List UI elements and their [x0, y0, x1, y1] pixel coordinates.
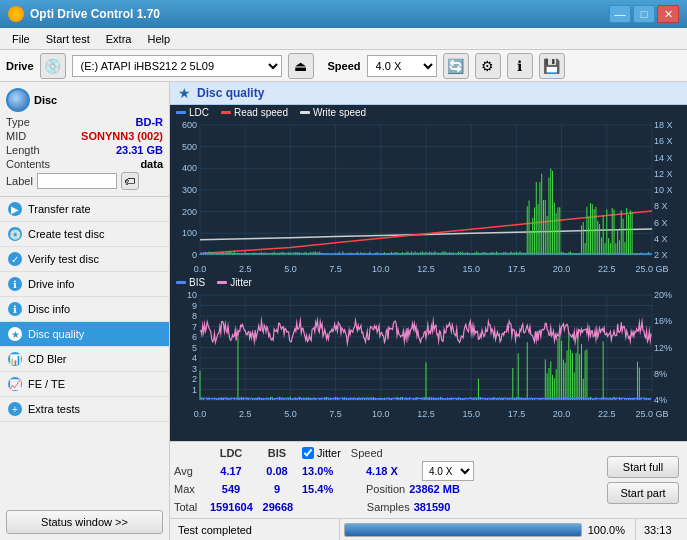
disc-header: Disc — [6, 88, 163, 112]
length-value: 23.31 GB — [116, 144, 163, 156]
menu-start-test[interactable]: Start test — [38, 31, 98, 47]
jitter-checkbox[interactable] — [302, 447, 314, 459]
drive-label: Drive — [6, 60, 34, 72]
length-label: Length — [6, 144, 40, 156]
speed-val: 4.18 X — [366, 465, 418, 477]
stats-left: LDC BIS Jitter Speed Avg 4.17 0.08 13.0%… — [174, 444, 599, 516]
config-button[interactable]: ⚙ — [475, 53, 501, 79]
disc-icon — [6, 88, 30, 112]
speed-header: Speed — [351, 447, 389, 459]
extra-tests-icon: + — [8, 402, 22, 416]
maximize-button[interactable]: □ — [633, 5, 655, 23]
label-icon[interactable]: 🏷 — [121, 172, 139, 190]
progress-bar — [344, 523, 582, 537]
ldc-label: LDC — [189, 107, 209, 118]
disc-label-row: Label 🏷 — [6, 172, 163, 190]
speed-inline-select[interactable]: 4.0 X — [422, 461, 474, 481]
stats-total-row: Total 1591604 29668 Samples 381590 — [174, 498, 599, 516]
contents-label: Contents — [6, 158, 50, 170]
drive-icon: 💿 — [40, 53, 66, 79]
read-speed-label: Read speed — [234, 107, 288, 118]
status-window-button[interactable]: Status window >> — [6, 510, 163, 534]
cd-bler-icon: 📊 — [8, 352, 22, 366]
ldc-total: 1591604 — [210, 501, 253, 513]
main-content: Disc Type BD-R MID SONYNN3 (002) Length … — [0, 82, 687, 540]
app-icon — [8, 6, 24, 22]
sidebar: Disc Type BD-R MID SONYNN3 (002) Length … — [0, 82, 170, 540]
menu-extra[interactable]: Extra — [98, 31, 140, 47]
sidebar-item-drive-info[interactable]: ℹ Drive info — [0, 272, 169, 297]
total-label: Total — [174, 501, 206, 513]
disc-info-panel: Disc Type BD-R MID SONYNN3 (002) Length … — [0, 82, 169, 197]
stats-headers-row: LDC BIS Jitter Speed — [174, 444, 599, 462]
sidebar-item-fe-te[interactable]: 📈 FE / TE — [0, 372, 169, 397]
sidebar-item-create-test-disc[interactable]: 💿 Create test disc — [0, 222, 169, 247]
speed-label: Speed — [328, 60, 361, 72]
chart2-legend: BIS Jitter — [170, 275, 687, 290]
write-speed-dot — [300, 111, 310, 114]
drive-select[interactable]: (E:) ATAPI iHBS212 2 5L09 — [72, 55, 282, 77]
status-bar: Test completed 100.0% 33:13 — [170, 518, 687, 540]
bis-avg: 0.08 — [256, 465, 298, 477]
close-button[interactable]: ✕ — [657, 5, 679, 23]
type-value: BD-R — [136, 116, 164, 128]
info-button[interactable]: ℹ — [507, 53, 533, 79]
mid-label: MID — [6, 130, 26, 142]
sidebar-item-disc-info[interactable]: ℹ Disc info — [0, 297, 169, 322]
drive-bar: Drive 💿 (E:) ATAPI iHBS212 2 5L09 ⏏ Spee… — [0, 50, 687, 82]
status-text: Test completed — [170, 519, 340, 540]
eject-button[interactable]: ⏏ — [288, 53, 314, 79]
bis-max: 9 — [256, 483, 298, 495]
progress-percent: 100.0% — [582, 524, 631, 536]
stats-avg-row: Avg 4.17 0.08 13.0% 4.18 X 4.0 X — [174, 462, 599, 480]
drive-info-label: Drive info — [28, 278, 74, 290]
start-full-button[interactable]: Start full — [607, 456, 679, 478]
content-area: ★ Disc quality LDC Read speed Write spee… — [170, 82, 687, 540]
sidebar-item-transfer-rate[interactable]: ▶ Transfer rate — [0, 197, 169, 222]
chart2-wrapper — [170, 290, 687, 441]
disc-quality-label: Disc quality — [28, 328, 84, 340]
disc-length-row: Length 23.31 GB — [6, 144, 163, 156]
menu-file[interactable]: File — [4, 31, 38, 47]
ldc-max: 549 — [210, 483, 252, 495]
label-input[interactable] — [37, 173, 117, 189]
bis-total: 29668 — [257, 501, 299, 513]
menu-help[interactable]: Help — [139, 31, 178, 47]
progress-fill — [345, 524, 581, 536]
verify-test-icon: ✓ — [8, 252, 22, 266]
app-title: Opti Drive Control 1.70 — [30, 7, 160, 21]
nav-list: ▶ Transfer rate 💿 Create test disc ✓ Ver… — [0, 197, 169, 504]
bis-dot — [176, 281, 186, 284]
stats-section: LDC BIS Jitter Speed Avg 4.17 0.08 13.0%… — [170, 441, 687, 518]
chart2-canvas — [170, 290, 687, 420]
jitter-avg: 13.0% — [302, 465, 362, 477]
chart1-canvas — [170, 120, 687, 275]
position-val: 23862 MB — [409, 483, 460, 495]
create-test-label: Create test disc — [28, 228, 104, 240]
ldc-header: LDC — [210, 447, 252, 459]
bis-label: BIS — [189, 277, 205, 288]
legend-read-speed: Read speed — [221, 107, 288, 118]
sidebar-item-disc-quality[interactable]: ★ Disc quality — [0, 322, 169, 347]
jitter-dot — [217, 281, 227, 284]
disc-mid-row: MID SONYNN3 (002) — [6, 130, 163, 142]
charts-container: LDC Read speed Write speed BIS — [170, 105, 687, 441]
fe-te-label: FE / TE — [28, 378, 65, 390]
legend-write-speed: Write speed — [300, 107, 366, 118]
stats-max-row: Max 549 9 15.4% Position 23862 MB — [174, 480, 599, 498]
speed-select[interactable]: 4.0 X — [367, 55, 437, 77]
disc-quality-icon: ★ — [8, 327, 22, 341]
write-speed-label: Write speed — [313, 107, 366, 118]
sidebar-item-cd-bler[interactable]: 📊 CD Bler — [0, 347, 169, 372]
refresh-button[interactable]: 🔄 — [443, 53, 469, 79]
sidebar-item-verify-test-disc[interactable]: ✓ Verify test disc — [0, 247, 169, 272]
minimize-button[interactable]: — — [609, 5, 631, 23]
start-part-button[interactable]: Start part — [607, 482, 679, 504]
sidebar-item-extra-tests[interactable]: + Extra tests — [0, 397, 169, 422]
disc-info-icon: ℹ — [8, 302, 22, 316]
panel-title: Disc quality — [197, 86, 264, 100]
jitter-header: Jitter — [317, 447, 341, 459]
fe-te-icon: 📈 — [8, 377, 22, 391]
window-controls: — □ ✕ — [609, 5, 679, 23]
save-button[interactable]: 💾 — [539, 53, 565, 79]
